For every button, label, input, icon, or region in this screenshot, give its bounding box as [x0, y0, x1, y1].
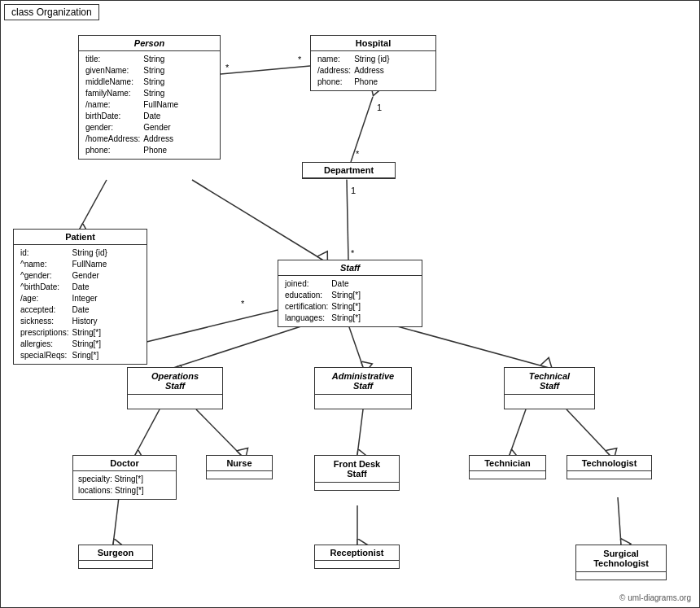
svg-line-13	[192, 180, 322, 260]
surgical-technologist-class: SurgicalTechnologist	[575, 545, 667, 580]
svg-line-14	[176, 325, 306, 367]
doctor-class-name: Doctor	[73, 456, 176, 471]
svg-line-12	[80, 180, 107, 229]
svg-line-15	[348, 325, 363, 367]
operations-staff-class: OperationsStaff	[127, 367, 223, 409]
svg-text:*: *	[351, 248, 355, 258]
administrative-staff-class: AdministrativeStaff	[314, 367, 412, 409]
department-class: Department	[302, 162, 396, 179]
department-class-name: Department	[303, 163, 395, 178]
svg-line-22	[113, 497, 119, 545]
diagram: class Organization * * 1 *	[0, 0, 700, 608]
svg-line-9	[347, 180, 348, 260]
receptionist-class-name: Receptionist	[315, 545, 399, 561]
svg-line-17	[135, 409, 160, 455]
technologist-class-name: Technologist	[567, 456, 651, 471]
front-desk-staff-class: Front DeskStaff	[314, 455, 400, 491]
staff-class-name: Staff	[278, 260, 422, 276]
administrative-staff-class-name: AdministrativeStaff	[315, 368, 411, 395]
diagram-title: class Organization	[4, 4, 99, 20]
svg-text:*: *	[356, 149, 360, 159]
operations-staff-class-name: OperationsStaff	[128, 368, 222, 395]
svg-text:1: 1	[351, 186, 356, 195]
svg-line-21	[567, 409, 610, 455]
surgical-technologist-class-name: SurgicalTechnologist	[576, 545, 666, 572]
patient-class-name: Patient	[14, 230, 147, 245]
svg-text:*: *	[225, 63, 230, 72]
doctor-class: Doctor specialty: String[*]locations: St…	[72, 455, 177, 500]
hospital-class-attrs: name:String {id} /address:Address phone:…	[311, 51, 435, 90]
svg-line-3	[221, 66, 310, 74]
svg-line-24	[618, 497, 621, 545]
svg-line-16	[392, 325, 546, 367]
technical-staff-class-name: TechnicalStaff	[505, 368, 594, 395]
nurse-class: Nurse	[206, 455, 273, 479]
technical-staff-class: TechnicalStaff	[504, 367, 595, 409]
svg-line-25	[143, 310, 278, 343]
svg-line-6	[351, 97, 373, 162]
front-desk-staff-class-name: Front DeskStaff	[315, 456, 399, 483]
svg-line-19	[357, 409, 363, 455]
svg-line-18	[196, 409, 241, 455]
person-class: Person title:String givenName:String mid…	[78, 35, 221, 160]
staff-class: Staff joined:Date education:String[*] ce…	[278, 260, 422, 327]
patient-class: Patient id:String {id} ^name:FullName ^g…	[13, 229, 147, 365]
copyright: © uml-diagrams.org	[619, 593, 691, 602]
hospital-class: Hospital name:String {id} /address:Addre…	[310, 35, 436, 91]
svg-text:1: 1	[377, 103, 382, 112]
svg-line-20	[510, 409, 526, 455]
person-class-attrs: title:String givenName:String middleName…	[79, 51, 220, 159]
nurse-class-name: Nurse	[207, 456, 272, 471]
technician-class-name: Technician	[470, 456, 545, 471]
hospital-class-name: Hospital	[311, 36, 435, 51]
person-class-name: Person	[79, 36, 220, 51]
technologist-class: Technologist	[567, 455, 652, 479]
receptionist-class: Receptionist	[314, 545, 400, 569]
surgeon-class: Surgeon	[78, 545, 153, 569]
svg-text:*: *	[298, 55, 302, 64]
patient-class-attrs: id:String {id} ^name:FullName ^gender:Ge…	[14, 245, 147, 364]
svg-text:*: *	[241, 299, 245, 308]
staff-class-attrs: joined:Date education:String[*] certific…	[278, 276, 422, 326]
doctor-class-attrs: specialty: String[*]locations: String[*]	[73, 471, 176, 499]
technician-class: Technician	[469, 455, 546, 479]
surgeon-class-name: Surgeon	[79, 545, 152, 561]
